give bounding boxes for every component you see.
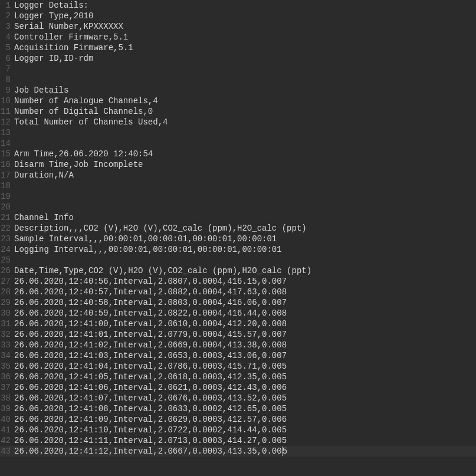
line-content[interactable]: 26.06.2020,12:40:56,Interval,2.0807,0.00…: [14, 276, 287, 287]
line-content[interactable]: Logger Details:: [14, 0, 88, 11]
editor-line[interactable]: 2826.06.2020,12:40:57,Interval,2.0882,0.…: [0, 287, 476, 297]
editor-line[interactable]: 6Logger ID,ID-rdm: [0, 53, 476, 64]
line-content[interactable]: 26.06.2020,12:40:59,Interval,2.0822,0.00…: [14, 308, 287, 319]
editor-line[interactable]: 2926.06.2020,12:40:58,Interval,2.0803,0.…: [0, 297, 476, 308]
editor-line[interactable]: 3826.06.2020,12:41:07,Interval,2.0676,0.…: [0, 393, 476, 403]
line-content[interactable]: 26.06.2020,12:41:05,Interval,2.0618,0.00…: [14, 372, 287, 382]
line-content[interactable]: 26.06.2020,12:41:09,Interval,2.0629,0.00…: [14, 414, 287, 425]
editor-line[interactable]: 3226.06.2020,12:41:01,Interval,2.0779,0.…: [0, 329, 476, 340]
editor-line[interactable]: 10Number of Analogue Channels,4: [0, 96, 476, 106]
line-content[interactable]: 26.06.2020,12:41:06,Interval,2.0621,0.00…: [14, 382, 287, 393]
editor-line[interactable]: 4326.06.2020,12:41:12,Interval,2.0667,0.…: [0, 446, 476, 457]
line-content[interactable]: 26.06.2020,12:41:11,Interval,2.0713,0.00…: [14, 435, 287, 446]
line-content[interactable]: 26.06.2020,12:41:01,Interval,2.0779,0.00…: [14, 329, 287, 340]
editor-line[interactable]: 12Total Number of Channels Used,4: [0, 117, 476, 127]
line-content[interactable]: 26.06.2020,12:41:12,Interval,2.0667,0.00…: [14, 446, 287, 457]
editor-line[interactable]: 14: [0, 138, 476, 149]
editor-line[interactable]: 25: [0, 255, 476, 265]
editor-line[interactable]: 16Disarm Time,Job Incomplete: [0, 159, 476, 170]
line-content[interactable]: Controller Firmware,5.1: [14, 32, 128, 42]
line-content[interactable]: Duration,N/A: [14, 170, 74, 180]
line-number: 36: [0, 372, 14, 382]
line-content[interactable]: Sample Interval,,,00:00:01,00:00:01,00:0…: [14, 234, 277, 244]
editor-line[interactable]: 23Sample Interval,,,00:00:01,00:00:01,00…: [0, 234, 476, 244]
line-content[interactable]: Description,,,CO2 (V),H2O (V),CO2_calc (…: [14, 223, 307, 234]
editor-line[interactable]: 9Job Details: [0, 85, 476, 96]
line-content[interactable]: Acquisition Firmware,5.1: [14, 42, 133, 53]
editor-line[interactable]: 3126.06.2020,12:41:00,Interval,2.0610,0.…: [0, 319, 476, 329]
line-number: 34: [0, 350, 14, 361]
editor-line[interactable]: 18: [0, 180, 476, 191]
line-number: 41: [0, 425, 14, 435]
editor-line[interactable]: 3426.06.2020,12:41:03,Interval,2.0653,0.…: [0, 350, 476, 361]
line-number: 23: [0, 234, 14, 244]
line-content[interactable]: 26.06.2020,12:41:02,Interval,2.0669,0.00…: [14, 340, 287, 350]
line-content[interactable]: Logger ID,ID-rdm: [14, 53, 93, 64]
line-content[interactable]: 26.06.2020,12:40:58,Interval,2.0803,0.00…: [14, 297, 287, 308]
editor-line[interactable]: 4226.06.2020,12:41:11,Interval,2.0713,0.…: [0, 435, 476, 446]
line-content[interactable]: Logger Type,2010: [14, 11, 93, 21]
line-number: 42: [0, 435, 14, 446]
editor-line[interactable]: 7: [0, 64, 476, 74]
editor-line[interactable]: 3326.06.2020,12:41:02,Interval,2.0669,0.…: [0, 340, 476, 350]
line-number: 20: [0, 202, 14, 212]
line-content[interactable]: 26.06.2020,12:41:08,Interval,2.0633,0.00…: [14, 403, 287, 414]
editor-line[interactable]: 22Description,,,CO2 (V),H2O (V),CO2_calc…: [0, 223, 476, 234]
editor-line[interactable]: 15Arm Time,26.06.2020 12:40:54: [0, 149, 476, 159]
line-content[interactable]: Disarm Time,Job Incomplete: [14, 159, 143, 170]
line-number: 25: [0, 255, 14, 265]
editor-line[interactable]: 4126.06.2020,12:41:10,Interval,2.0722,0.…: [0, 425, 476, 435]
line-content[interactable]: Date,Time,Type,CO2 (V),H2O (V),CO2_calc …: [14, 265, 311, 276]
editor-line[interactable]: 8: [0, 74, 476, 85]
line-number: 17: [0, 170, 14, 180]
editor-line[interactable]: 19: [0, 191, 476, 202]
line-number: 16: [0, 159, 14, 170]
line-content[interactable]: Arm Time,26.06.2020 12:40:54: [14, 149, 153, 159]
line-content[interactable]: Job Details: [14, 85, 68, 96]
line-number: 13: [0, 127, 14, 138]
line-number: 9: [0, 85, 14, 96]
line-content[interactable]: 26.06.2020,12:41:07,Interval,2.0676,0.00…: [14, 393, 287, 403]
line-number: 38: [0, 393, 14, 403]
editor-line[interactable]: 4Controller Firmware,5.1: [0, 32, 476, 42]
editor-line[interactable]: 11Number of Digital Channels,0: [0, 106, 476, 117]
line-number: 6: [0, 53, 14, 64]
editor-line[interactable]: 1Logger Details:: [0, 0, 476, 11]
editor-line[interactable]: 2726.06.2020,12:40:56,Interval,2.0807,0.…: [0, 276, 476, 287]
editor-line[interactable]: 20: [0, 202, 476, 212]
line-number: 18: [0, 180, 14, 191]
line-content[interactable]: Channel Info: [14, 212, 74, 223]
line-content[interactable]: Number of Digital Channels,0: [14, 106, 153, 117]
line-number: 7: [0, 64, 14, 74]
editor-line[interactable]: 26Date,Time,Type,CO2 (V),H2O (V),CO2_cal…: [0, 265, 476, 276]
editor-line[interactable]: 5Acquisition Firmware,5.1: [0, 42, 476, 53]
editor-line[interactable]: 2Logger Type,2010: [0, 11, 476, 21]
line-content[interactable]: Logging Interval,,,00:00:01,00:00:01,00:…: [14, 244, 282, 255]
line-content[interactable]: 26.06.2020,12:40:57,Interval,2.0882,0.00…: [14, 287, 287, 297]
editor-line[interactable]: 3926.06.2020,12:41:08,Interval,2.0633,0.…: [0, 403, 476, 414]
line-number: 21: [0, 212, 14, 223]
line-number: 14: [0, 138, 14, 149]
line-number: 11: [0, 106, 14, 117]
line-content[interactable]: 26.06.2020,12:41:00,Interval,2.0610,0.00…: [14, 319, 287, 329]
line-content[interactable]: 26.06.2020,12:41:04,Interval,2.0786,0.00…: [14, 361, 287, 372]
line-content[interactable]: Number of Analogue Channels,4: [14, 96, 158, 106]
editor-line[interactable]: 17Duration,N/A: [0, 170, 476, 180]
line-number: 4: [0, 32, 14, 42]
editor-line[interactable]: 21Channel Info: [0, 212, 476, 223]
line-number: 29: [0, 297, 14, 308]
line-content[interactable]: Serial Number,KPXXXXXX: [14, 21, 123, 32]
line-number: 15: [0, 149, 14, 159]
line-content[interactable]: 26.06.2020,12:41:03,Interval,2.0653,0.00…: [14, 350, 287, 361]
editor-line[interactable]: 3626.06.2020,12:41:05,Interval,2.0618,0.…: [0, 372, 476, 382]
editor-line[interactable]: 24Logging Interval,,,00:00:01,00:00:01,0…: [0, 244, 476, 255]
editor-line[interactable]: 3726.06.2020,12:41:06,Interval,2.0621,0.…: [0, 382, 476, 393]
editor-line[interactable]: 3026.06.2020,12:40:59,Interval,2.0822,0.…: [0, 308, 476, 319]
text-editor[interactable]: 1Logger Details:2Logger Type,20103Serial…: [0, 0, 476, 457]
editor-line[interactable]: 3Serial Number,KPXXXXXX: [0, 21, 476, 32]
line-content[interactable]: Total Number of Channels Used,4: [14, 117, 168, 127]
editor-line[interactable]: 3526.06.2020,12:41:04,Interval,2.0786,0.…: [0, 361, 476, 372]
line-content[interactable]: 26.06.2020,12:41:10,Interval,2.0722,0.00…: [14, 425, 287, 435]
editor-line[interactable]: 13: [0, 127, 476, 138]
editor-line[interactable]: 4026.06.2020,12:41:09,Interval,2.0629,0.…: [0, 414, 476, 425]
